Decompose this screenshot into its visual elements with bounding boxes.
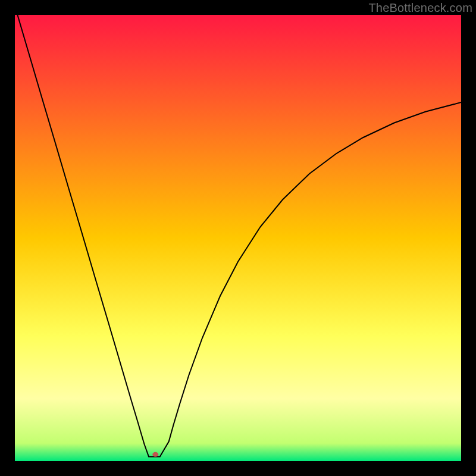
min-point-marker [152, 452, 158, 457]
chart-frame: TheBottleneck.com [0, 0, 476, 476]
gradient-background [15, 15, 461, 461]
watermark-text: TheBottleneck.com [368, 1, 472, 15]
plot-area [15, 15, 461, 461]
chart-svg [15, 15, 461, 461]
